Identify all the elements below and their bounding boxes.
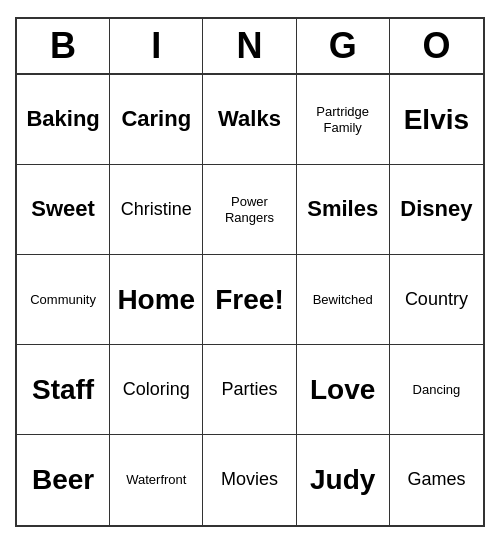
bingo-cell: Free! (203, 255, 296, 345)
cell-text: Beer (32, 463, 94, 497)
cell-text: Coloring (123, 379, 190, 401)
header-letter: G (297, 19, 390, 73)
bingo-grid: BakingCaringWalksPartridge FamilyElvisSw… (17, 75, 483, 525)
cell-text: Disney (400, 196, 472, 222)
cell-text: Partridge Family (303, 104, 383, 135)
bingo-cell: Disney (390, 165, 483, 255)
bingo-cell: Smiles (297, 165, 390, 255)
header-letter: B (17, 19, 110, 73)
bingo-cell: Baking (17, 75, 110, 165)
bingo-cell: Sweet (17, 165, 110, 255)
bingo-cell: Caring (110, 75, 203, 165)
cell-text: Elvis (404, 103, 469, 137)
header-letter: N (203, 19, 296, 73)
bingo-cell: Power Rangers (203, 165, 296, 255)
cell-text: Parties (221, 379, 277, 401)
bingo-cell: Walks (203, 75, 296, 165)
cell-text: Caring (121, 106, 191, 132)
bingo-cell: Home (110, 255, 203, 345)
bingo-cell: Country (390, 255, 483, 345)
bingo-cell: Coloring (110, 345, 203, 435)
cell-text: Home (117, 283, 195, 317)
bingo-card: BINGO BakingCaringWalksPartridge FamilyE… (15, 17, 485, 527)
bingo-cell: Community (17, 255, 110, 345)
cell-text: Judy (310, 463, 375, 497)
bingo-cell: Love (297, 345, 390, 435)
bingo-cell: Bewitched (297, 255, 390, 345)
bingo-header: BINGO (17, 19, 483, 75)
header-letter: I (110, 19, 203, 73)
cell-text: Bewitched (313, 292, 373, 308)
bingo-cell: Waterfront (110, 435, 203, 525)
bingo-cell: Partridge Family (297, 75, 390, 165)
cell-text: Free! (215, 283, 283, 317)
cell-text: Love (310, 373, 375, 407)
bingo-cell: Beer (17, 435, 110, 525)
bingo-cell: Elvis (390, 75, 483, 165)
cell-text: Power Rangers (209, 194, 289, 225)
cell-text: Games (407, 469, 465, 491)
cell-text: Community (30, 292, 96, 308)
cell-text: Movies (221, 469, 278, 491)
bingo-cell: Dancing (390, 345, 483, 435)
bingo-cell: Christine (110, 165, 203, 255)
cell-text: Sweet (31, 196, 95, 222)
cell-text: Baking (26, 106, 99, 132)
bingo-cell: Staff (17, 345, 110, 435)
cell-text: Country (405, 289, 468, 311)
cell-text: Walks (218, 106, 281, 132)
bingo-cell: Movies (203, 435, 296, 525)
cell-text: Waterfront (126, 472, 186, 488)
bingo-cell: Judy (297, 435, 390, 525)
cell-text: Dancing (413, 382, 461, 398)
cell-text: Staff (32, 373, 94, 407)
bingo-cell: Parties (203, 345, 296, 435)
bingo-cell: Games (390, 435, 483, 525)
cell-text: Smiles (307, 196, 378, 222)
cell-text: Christine (121, 199, 192, 221)
header-letter: O (390, 19, 483, 73)
